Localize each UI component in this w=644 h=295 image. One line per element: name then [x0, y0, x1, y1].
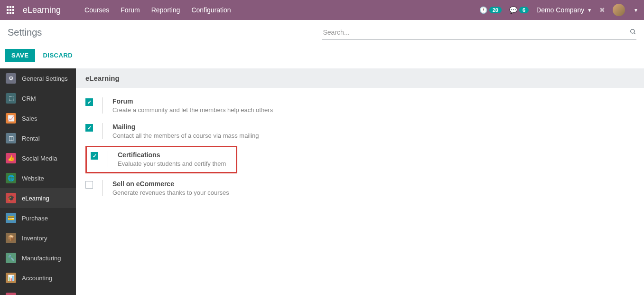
chat-icon: 💬 [509, 6, 517, 14]
clock-icon: 🕐 [479, 6, 487, 14]
save-button[interactable]: SAVE [5, 49, 35, 62]
sidebar-label: Rental [22, 135, 40, 142]
company-switcher[interactable]: Demo Company ▼ [536, 6, 592, 14]
sidebar-item-inventory[interactable]: 📦Inventory [0, 228, 76, 248]
settings-content: eLearning Forum Create a community and l… [76, 68, 644, 295]
company-label: Demo Company [536, 6, 584, 14]
search-icon[interactable] [630, 29, 636, 37]
sidebar-item-website[interactable]: 🌐Website [0, 168, 76, 188]
sidebar-label: Purchase [22, 215, 48, 222]
svg-line-1 [634, 32, 635, 34]
handshake-icon: ⬚ [6, 93, 16, 104]
sidebar-item-purchase[interactable]: 💳Purchase [0, 208, 76, 228]
messages-count: 6 [519, 7, 529, 13]
chart-up-icon: 📈 [6, 113, 16, 124]
sidebar-item-social[interactable]: 👍Social Media [0, 148, 76, 168]
top-nav: eLearning Courses Forum Reporting Config… [0, 0, 644, 20]
sidebar[interactable]: ⚙General Settings ⬚CRM 📈Sales ◫Rental 👍S… [0, 68, 76, 295]
settings-group: Forum Create a community and let the mem… [76, 88, 644, 206]
discard-button[interactable]: DISCARD [41, 49, 75, 62]
highlighted-setting: Certifications Evaluate your students an… [85, 146, 237, 173]
setting-title: Sell on eCommerce [112, 180, 635, 188]
section-header: eLearning [76, 68, 644, 88]
caret-down-icon: ▼ [587, 8, 592, 13]
card-icon: 💳 [6, 213, 16, 223]
svg-point-0 [631, 29, 635, 33]
user-caret-icon: ▼ [634, 8, 638, 13]
debug-icon[interactable]: ✖ [599, 6, 605, 14]
checkbox-certifications[interactable] [91, 152, 98, 160]
activity-badge[interactable]: 🕐 20 [479, 6, 502, 14]
gear-icon: ⚙ [6, 73, 16, 84]
bars-icon: 📊 [6, 273, 16, 283]
sidebar-label: Social Media [22, 155, 57, 162]
apps-icon[interactable] [6, 5, 15, 15]
checkbox-forum[interactable] [85, 98, 93, 106]
search-box [322, 26, 637, 39]
messages-badge[interactable]: 💬 6 [509, 6, 529, 14]
setting-title: Forum [112, 97, 635, 105]
sidebar-item-accounting[interactable]: 📊Accounting [0, 268, 76, 288]
box-icon: 📦 [6, 233, 16, 243]
row-divider [103, 97, 103, 114]
page-title: Settings [8, 27, 322, 38]
setting-row-mailing: Mailing Contact all the members of a cou… [85, 118, 635, 144]
nav-item-configuration[interactable]: Configuration [187, 3, 235, 17]
brand-title[interactable]: eLearning [23, 5, 61, 15]
sidebar-label: Inventory [22, 235, 47, 242]
sidebar-item-general[interactable]: ⚙General Settings [0, 68, 76, 88]
sidebar-label: Website [22, 175, 44, 182]
row-divider [108, 151, 108, 167]
setting-desc: Contact all the members of a course via … [112, 132, 635, 139]
wrench-icon: 🔧 [6, 253, 16, 263]
sidebar-item-elearning[interactable]: 🎓eLearning [0, 188, 76, 208]
sidebar-label: General Settings [22, 75, 68, 82]
nav-item-reporting[interactable]: Reporting [147, 3, 185, 17]
key-icon: ◫ [6, 133, 16, 143]
sidebar-item-payroll[interactable]: $Payroll [0, 288, 76, 295]
activity-count: 20 [489, 7, 502, 13]
row-divider [103, 180, 103, 196]
nav-menu: Courses Forum Reporting Configuration [80, 3, 479, 17]
sidebar-item-manufacturing[interactable]: 🔧Manufacturing [0, 248, 76, 268]
setting-row-ecommerce: Sell on eCommerce Generate revenues than… [85, 175, 635, 201]
money-icon: $ [6, 293, 16, 295]
setting-desc: Generate revenues thanks to your courses [112, 189, 635, 196]
control-panel: Settings [0, 20, 644, 45]
user-avatar[interactable] [613, 4, 625, 16]
setting-desc: Evaluate your students and certify them [118, 160, 236, 167]
sidebar-label: Manufacturing [22, 255, 61, 262]
checkbox-mailing[interactable] [85, 124, 93, 132]
sidebar-label: CRM [22, 95, 36, 102]
sidebar-item-rental[interactable]: ◫Rental [0, 128, 76, 148]
nav-item-courses[interactable]: Courses [80, 3, 114, 17]
nav-item-forum[interactable]: Forum [116, 3, 144, 17]
action-bar: SAVE DISCARD [0, 45, 644, 68]
search-input[interactable] [322, 28, 626, 37]
sidebar-label: Accounting [22, 275, 52, 282]
setting-row-forum: Forum Create a community and let the mem… [85, 93, 635, 118]
setting-title: Certifications [118, 151, 236, 159]
sidebar-item-crm[interactable]: ⬚CRM [0, 88, 76, 108]
main-area: ⚙General Settings ⬚CRM 📈Sales ◫Rental 👍S… [0, 68, 644, 295]
graduation-icon: 🎓 [6, 193, 16, 203]
setting-title: Mailing [112, 123, 635, 131]
nav-right: 🕐 20 💬 6 Demo Company ▼ ✖ ▼ [479, 4, 638, 16]
setting-row-certifications: Certifications Evaluate your students an… [87, 148, 236, 169]
sidebar-label: Sales [22, 115, 37, 122]
globe-icon: 🌐 [6, 173, 16, 183]
sidebar-label: eLearning [22, 195, 49, 202]
row-divider [103, 123, 103, 139]
checkbox-ecommerce[interactable] [85, 181, 93, 189]
thumbs-up-icon: 👍 [6, 153, 16, 163]
sidebar-item-sales[interactable]: 📈Sales [0, 108, 76, 128]
setting-desc: Create a community and let the members h… [112, 106, 635, 114]
